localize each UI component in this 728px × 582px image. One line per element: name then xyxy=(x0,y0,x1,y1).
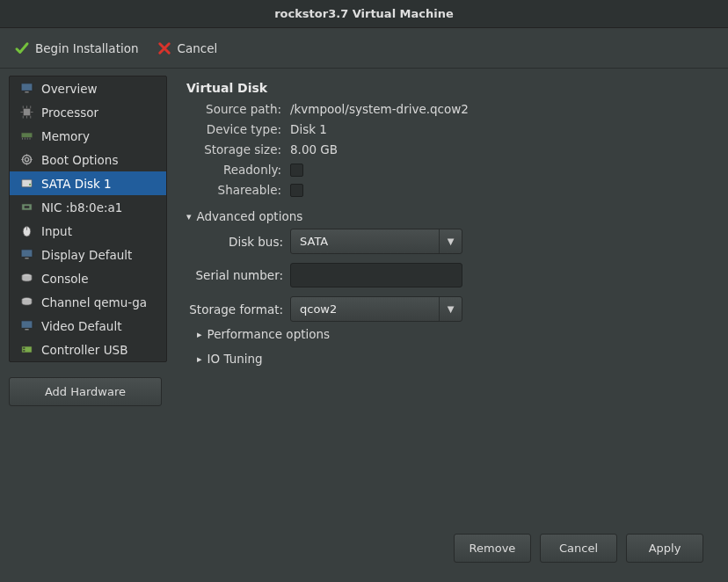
svg-rect-17 xyxy=(25,329,28,330)
device-type-value: Disk 1 xyxy=(290,122,712,136)
sidebar-item-overview[interactable]: Overview xyxy=(10,76,166,100)
cpu-icon xyxy=(18,105,34,120)
storage-size-value: 8.00 GB xyxy=(290,142,712,156)
window-title: rockstor3.7 Virtual Machine xyxy=(274,7,454,20)
video-icon xyxy=(18,318,34,334)
begin-installation-button[interactable]: Begin Installation xyxy=(14,40,139,56)
io-tuning-expander[interactable]: IO Tuning xyxy=(197,352,712,366)
remove-button[interactable]: Remove xyxy=(454,534,531,563)
disk-bus-label: Disk bus: xyxy=(186,235,283,249)
readonly-label: Readonly: xyxy=(186,163,283,177)
storage-format-value: qcow2 xyxy=(291,297,439,321)
footer-cancel-button[interactable]: Cancel xyxy=(540,534,617,563)
sidebar-item-label: Processor xyxy=(41,105,98,120)
sidebar-item-video-default[interactable]: Video Default xyxy=(10,314,166,338)
svg-rect-1 xyxy=(25,91,28,92)
svg-point-5 xyxy=(25,157,28,161)
content: Overview Processor Memory Boot Options xyxy=(0,69,728,582)
console-icon xyxy=(18,271,34,287)
sidebar-item-label: Overview xyxy=(41,82,98,96)
sidebar-item-console[interactable]: Console xyxy=(10,266,166,290)
sidebar-item-controller-usb[interactable]: Controller USB xyxy=(10,338,166,361)
sidebar-item-label: Channel qemu-ga xyxy=(41,295,147,309)
disk-form: Source path: /kvmpool/system-drive.qcow2… xyxy=(186,102,712,197)
storage-format-label: Storage format: xyxy=(186,302,283,316)
advanced-options-expander[interactable]: Advanced options xyxy=(186,209,712,223)
sidebar-item-channel[interactable]: Channel qemu-ga xyxy=(10,290,166,314)
sidebar-item-label: Controller USB xyxy=(41,343,127,357)
sidebar: Overview Processor Memory Boot Options xyxy=(9,76,167,362)
sidebar-item-label: Input xyxy=(41,224,72,238)
svg-rect-13 xyxy=(25,258,28,258)
advanced-form: Disk bus: SATA ▼ Serial number: Storage … xyxy=(186,229,712,322)
chevron-down-icon: ▼ xyxy=(439,297,462,321)
sidebar-item-label: Video Default xyxy=(41,319,121,333)
svg-rect-9 xyxy=(24,206,29,208)
sidebar-item-label: Boot Options xyxy=(41,153,118,167)
usb-icon xyxy=(18,342,34,358)
sidebar-item-nic[interactable]: NIC :b8:0e:a1 xyxy=(10,195,166,219)
disk-bus-value: SATA xyxy=(291,229,439,253)
svg-rect-6 xyxy=(21,179,31,187)
disk-bus-select[interactable]: SATA ▼ xyxy=(290,229,462,254)
footer: Remove Cancel Apply xyxy=(186,525,712,573)
channel-icon xyxy=(18,295,34,310)
svg-point-7 xyxy=(28,184,30,186)
sidebar-item-display-default[interactable]: Display Default xyxy=(10,243,166,266)
device-type-label: Device type: xyxy=(186,122,283,136)
svg-rect-3 xyxy=(21,133,33,138)
svg-rect-0 xyxy=(21,84,33,91)
svg-rect-12 xyxy=(21,250,33,258)
source-path-value: /kvmpool/system-drive.qcow2 xyxy=(290,102,712,116)
titlebar: rockstor3.7 Virtual Machine xyxy=(0,0,728,28)
mouse-icon xyxy=(18,223,34,239)
storage-format-select[interactable]: qcow2 ▼ xyxy=(290,296,462,322)
sidebar-item-label: Console xyxy=(41,272,89,286)
begin-installation-label: Begin Installation xyxy=(35,41,139,55)
window: rockstor3.7 Virtual Machine Begin Instal… xyxy=(0,0,728,582)
sidebar-item-label: SATA Disk 1 xyxy=(41,177,112,191)
apply-button[interactable]: Apply xyxy=(626,534,703,563)
boot-icon xyxy=(18,152,34,168)
source-path-label: Source path: xyxy=(186,102,283,116)
svg-rect-20 xyxy=(23,350,25,351)
io-tuning-label: IO Tuning xyxy=(207,352,263,366)
readonly-checkbox[interactable] xyxy=(290,164,303,177)
main-panel: Virtual Disk Source path: /kvmpool/syste… xyxy=(171,69,728,582)
sidebar-item-memory[interactable]: Memory xyxy=(10,124,166,148)
sidebar-item-label: Memory xyxy=(41,129,90,143)
nic-icon xyxy=(18,200,34,215)
sidebar-item-label: NIC :b8:0e:a1 xyxy=(41,200,122,215)
cancel-button[interactable]: Cancel xyxy=(157,40,218,56)
svg-rect-19 xyxy=(23,347,25,348)
storage-size-label: Storage size: xyxy=(186,142,283,156)
svg-point-4 xyxy=(22,156,31,164)
shareable-label: Shareable: xyxy=(186,183,283,197)
monitor-icon xyxy=(18,81,34,97)
check-icon xyxy=(14,40,30,56)
sidebar-item-sata-disk-1[interactable]: SATA Disk 1 xyxy=(10,171,166,195)
serial-number-label: Serial number: xyxy=(186,268,283,282)
add-hardware-button[interactable]: Add Hardware xyxy=(9,377,162,406)
serial-number-input[interactable] xyxy=(290,263,462,287)
chevron-down-icon: ▼ xyxy=(439,229,462,253)
display-icon xyxy=(18,247,34,263)
x-icon xyxy=(157,40,172,56)
sidebar-item-input[interactable]: Input xyxy=(10,219,166,243)
svg-rect-18 xyxy=(21,346,31,353)
performance-options-label: Performance options xyxy=(207,327,331,341)
sidebar-item-label: Display Default xyxy=(41,248,132,262)
cancel-label: Cancel xyxy=(178,41,218,55)
advanced-options-label: Advanced options xyxy=(197,209,303,223)
toolbar: Begin Installation Cancel xyxy=(0,28,728,69)
panel-heading: Virtual Disk xyxy=(186,81,712,95)
memory-icon xyxy=(18,128,34,144)
performance-options-expander[interactable]: Performance options xyxy=(197,327,712,341)
disk-icon xyxy=(18,176,34,192)
shareable-checkbox[interactable] xyxy=(290,184,303,197)
sidebar-list: Overview Processor Memory Boot Options xyxy=(10,76,166,361)
sidebar-item-boot-options[interactable]: Boot Options xyxy=(10,148,166,171)
svg-rect-2 xyxy=(23,108,31,116)
svg-rect-16 xyxy=(21,321,33,329)
sidebar-item-processor[interactable]: Processor xyxy=(10,100,166,124)
